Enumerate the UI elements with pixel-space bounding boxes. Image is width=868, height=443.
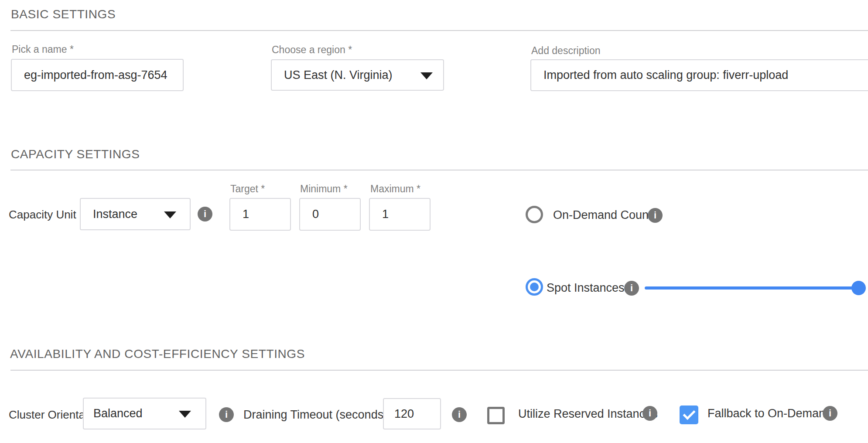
- maximum-label: Maximum *: [370, 183, 420, 195]
- info-icon[interactable]: i: [624, 281, 639, 296]
- name-input[interactable]: [12, 60, 183, 90]
- target-input-box: [229, 198, 291, 231]
- add-description-label: Add description: [531, 45, 601, 57]
- chevron-down-icon[interactable]: [420, 72, 433, 79]
- description-input[interactable]: [531, 60, 868, 90]
- target-label: Target *: [230, 183, 265, 195]
- minimum-label: Minimum *: [300, 183, 348, 195]
- fallback-to-on-demand-checkbox[interactable]: [680, 406, 698, 424]
- description-input-box: [530, 59, 868, 91]
- info-icon[interactable]: i: [648, 208, 663, 223]
- on-demand-count-radio[interactable]: [526, 206, 543, 223]
- availability-settings-divider: [10, 370, 868, 371]
- spot-instances-radio[interactable]: [526, 278, 543, 296]
- target-input[interactable]: [230, 199, 290, 230]
- capacity-unit-dropdown-value: Instance: [81, 208, 137, 221]
- basic-settings-divider: [10, 30, 868, 31]
- minimum-input-box: [299, 198, 361, 231]
- info-icon[interactable]: i: [642, 406, 657, 421]
- info-icon[interactable]: i: [823, 406, 837, 421]
- region-dropdown-value: US East (N. Virginia): [272, 68, 393, 82]
- cluster-orientation-dropdown-value: Balanced: [84, 407, 143, 420]
- checkmark-icon: [683, 407, 696, 420]
- maximum-input-box: [369, 198, 431, 231]
- chevron-down-icon[interactable]: [164, 211, 176, 218]
- basic-settings-title: BASIC SETTINGS: [11, 7, 116, 21]
- chevron-down-icon[interactable]: [179, 411, 191, 418]
- info-icon[interactable]: i: [452, 407, 467, 422]
- pick-a-name-label: Pick a name *: [12, 44, 74, 55]
- draining-timeout-input-box: [383, 398, 441, 429]
- spot-percentage-slider-thumb[interactable]: [851, 281, 866, 295]
- info-icon[interactable]: i: [198, 207, 212, 222]
- draining-timeout-input[interactable]: [384, 399, 440, 429]
- capacity-unit-label: Capacity Unit: [9, 208, 76, 222]
- elastigroup-settings-form: BASIC SETTINGS Pick a name * Choose a re…: [0, 0, 868, 443]
- info-icon[interactable]: i: [219, 407, 234, 422]
- maximum-input[interactable]: [370, 199, 430, 230]
- name-input-box: [11, 59, 184, 91]
- draining-timeout-label: Draining Timeout (seconds): [243, 408, 387, 422]
- on-demand-count-label[interactable]: On-Demand Count: [553, 208, 652, 222]
- region-dropdown[interactable]: US East (N. Virginia): [271, 59, 444, 91]
- choose-region-label: Choose a region *: [272, 44, 352, 56]
- utilize-reserved-instances-label[interactable]: Utilize Reserved Instances: [518, 407, 658, 421]
- availability-settings-title: AVAILABILITY AND COST-EFFICIENCY SETTING…: [10, 347, 305, 361]
- capacity-settings-title: CAPACITY SETTINGS: [11, 147, 140, 161]
- fallback-to-on-demand-label[interactable]: Fallback to On-Demand: [707, 407, 832, 420]
- radio-selected-dot: [530, 283, 539, 291]
- minimum-input[interactable]: [300, 199, 360, 230]
- capacity-settings-divider: [10, 170, 868, 170]
- spot-percentage-slider[interactable]: [645, 286, 860, 290]
- utilize-reserved-instances-checkbox[interactable]: [487, 407, 505, 424]
